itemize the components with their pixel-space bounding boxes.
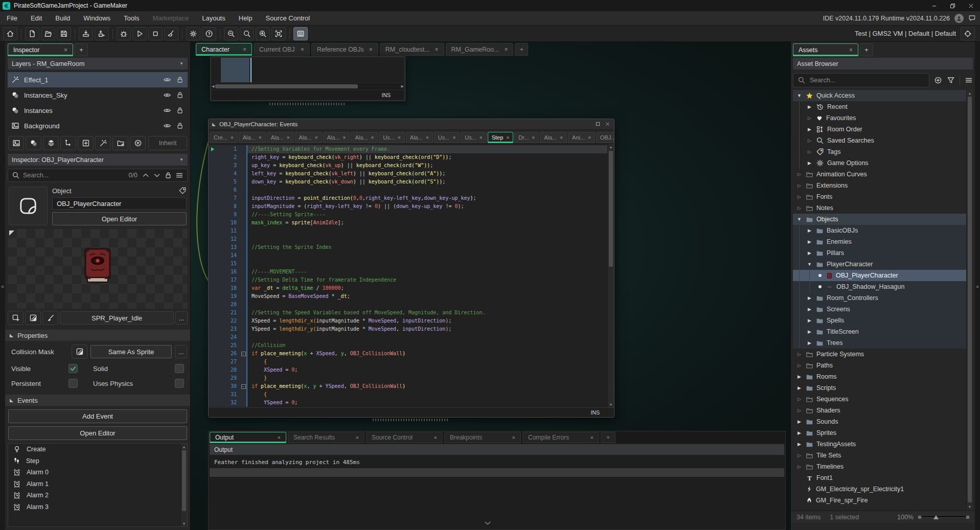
close-icon[interactable]: ×	[452, 135, 455, 141]
workspace-tab-rm-gameroo[interactable]: RM_GameRoo...×	[446, 43, 514, 56]
code-line-16[interactable]: 16//----MOVEMENT----	[209, 268, 614, 276]
collapse-arrow-icon[interactable]: ▼	[806, 262, 813, 267]
expand-arrow-icon[interactable]: ▷	[796, 183, 803, 188]
code-line-12[interactable]: 12	[209, 235, 614, 243]
scroll-down-icon[interactable]: ▼	[608, 401, 614, 407]
output-tab-output[interactable]: Output×	[210, 432, 286, 443]
expand-arrow-icon[interactable]: ▶	[806, 329, 813, 334]
expand-arrow-icon[interactable]: ▶	[806, 250, 813, 256]
right-dock-collapse[interactable]: »	[975, 42, 980, 530]
add-output-tab-button[interactable]: +	[601, 432, 616, 443]
code-line-13[interactable]: 13//Setting the Sprite Index	[209, 243, 614, 251]
lock-icon[interactable]	[164, 171, 172, 179]
output-tab-compile-errors[interactable]: Compile Errors×	[522, 432, 599, 443]
code-line-14[interactable]: 14	[209, 251, 614, 260]
workspace-tab-reference-objs[interactable]: Reference OBJs×	[311, 43, 378, 56]
code-line-11[interactable]: 11	[209, 227, 614, 235]
settings-button[interactable]	[186, 27, 200, 40]
code-line-5[interactable]: 5down_key = keyboard_check(vk_down) || k…	[209, 178, 614, 186]
output-tab-source-control[interactable]: Source Control×	[366, 432, 443, 443]
event-alarm-2[interactable]: Alarm 2	[8, 490, 187, 501]
asset-recent[interactable]: ▶Recent	[793, 101, 973, 112]
zoom-in-button[interactable]	[256, 27, 270, 40]
code-line-31[interactable]: 31 {	[209, 390, 614, 399]
asset-favourites[interactable]: ▷Favourites	[793, 112, 973, 124]
export-play-button[interactable]	[95, 27, 109, 40]
debug-button[interactable]	[117, 27, 131, 40]
code-line-22[interactable]: 22XSpeed = lengthdir_x(inputMagnitude * …	[209, 317, 614, 325]
fold-collapse-icon[interactable]: −	[241, 352, 246, 356]
zoom-fit-button[interactable]	[271, 27, 286, 40]
code-line-10[interactable]: 10mask_index = sprite[AnimIdle];	[209, 219, 614, 227]
menu-marketplace[interactable]: Marketplace	[146, 11, 195, 25]
layer-row-background[interactable]: Background	[8, 118, 188, 133]
dock-collapse-chevron[interactable]	[484, 521, 491, 525]
lock-icon[interactable]	[176, 91, 184, 99]
asset-testingassets[interactable]: ▶TestingAssets	[793, 439, 973, 450]
close-icon[interactable]: ×	[278, 434, 281, 441]
close-window-icon[interactable]	[605, 121, 610, 128]
asset-paths[interactable]: ▷Paths	[793, 360, 973, 371]
properties-section-header[interactable]: ◣ Properties	[5, 330, 190, 341]
asset-tags[interactable]: ▷Tags	[793, 146, 973, 157]
close-icon[interactable]: ×	[301, 46, 304, 53]
asset-notes[interactable]: ▷Notes	[793, 202, 973, 214]
edit-mask-button[interactable]	[72, 344, 87, 359]
file-new-button[interactable]	[25, 27, 39, 40]
event-alarm-3[interactable]: Alarm 3	[8, 501, 187, 513]
expand-arrow-icon[interactable]: ▷	[796, 352, 803, 357]
expand-arrow-icon[interactable]: ▷	[806, 116, 813, 121]
chevron-up-icon[interactable]	[142, 171, 150, 179]
add-plus-square-layer-button[interactable]	[78, 136, 94, 150]
asset-screens[interactable]: ▶Screens	[793, 304, 973, 315]
event-tab-3-ala[interactable]: Ala...×	[295, 132, 322, 143]
open-editor-button-2[interactable]: Open Editor	[8, 426, 187, 440]
event-step[interactable]: Step	[8, 455, 187, 467]
close-icon[interactable]: ×	[512, 434, 515, 441]
workspace-tab-character[interactable]: Character×	[196, 43, 252, 56]
asset-spells[interactable]: ▶Spells	[793, 315, 973, 326]
zoom-out-button[interactable]	[224, 27, 238, 40]
open-editor-button[interactable]: Open Editor	[52, 212, 187, 225]
close-icon[interactable]: ×	[398, 135, 401, 141]
asset-gm-fire-spr-fire[interactable]: GM_Fire_spr_Fire	[793, 495, 973, 506]
horizontal-scrollbar[interactable]: ◀ ▶	[212, 83, 404, 89]
expand-arrow-icon[interactable]: ▷	[796, 205, 803, 211]
eye-icon[interactable]	[163, 91, 171, 99]
uses-physics-checkbox[interactable]	[175, 379, 184, 388]
lock-icon[interactable]	[176, 122, 184, 130]
expand-arrow-icon[interactable]: ▶	[796, 430, 803, 435]
code-line-3[interactable]: 3up_key = keyboard_check(vk_up) || keybo…	[209, 162, 614, 170]
code-line-27[interactable]: 27 {	[209, 358, 614, 366]
new-sprite-button[interactable]	[8, 311, 24, 325]
asset-scripts[interactable]: ▶Scripts	[793, 382, 973, 394]
asset-extensions[interactable]: ▷Extensions	[793, 180, 973, 191]
plus-circle-icon[interactable]	[934, 76, 942, 84]
asset-saved-searches[interactable]: ▷Saved Searches	[793, 135, 973, 146]
expand-arrow-icon[interactable]: ▷	[796, 194, 803, 199]
target-picker-button[interactable]	[961, 27, 975, 40]
code-line-28[interactable]: 28 XSpeed = 0;	[209, 366, 614, 374]
window-drag-handle[interactable]	[373, 419, 449, 421]
expand-arrow-icon[interactable]: ▷	[806, 149, 813, 154]
close-icon[interactable]: ×	[426, 135, 429, 141]
eye-icon[interactable]	[163, 106, 171, 114]
asset-tree-scrollbar[interactable]: ▲ ▼	[966, 90, 973, 510]
help-button[interactable]: ?	[202, 27, 216, 40]
home-button[interactable]	[3, 27, 17, 40]
collapse-triangle-icon[interactable]: ◣	[212, 122, 216, 127]
asset-objects[interactable]: ▼Objects	[793, 214, 973, 225]
code-line-18[interactable]: 18var _dt = delta_time / 100000;	[209, 284, 614, 292]
edit-image-button[interactable]	[42, 311, 58, 325]
asset-room-controllers[interactable]: ▶Room_Controllers	[793, 292, 973, 304]
expand-arrow-icon[interactable]: ▶	[796, 374, 803, 379]
close-icon[interactable]: ×	[369, 46, 373, 53]
close-icon[interactable]: ×	[435, 46, 439, 53]
event-tab-13-ani[interactable]: Ani...×	[568, 132, 595, 143]
asset-sounds[interactable]: ▶Sounds	[793, 416, 973, 427]
code-line-24[interactable]: 24	[209, 333, 614, 341]
close-icon[interactable]: ×	[849, 47, 853, 54]
stop-button[interactable]	[148, 27, 163, 40]
asset-playercharacter[interactable]: ▼PlayerCharacter	[793, 259, 973, 270]
asset-fonts[interactable]: ▷Fonts	[793, 191, 973, 202]
